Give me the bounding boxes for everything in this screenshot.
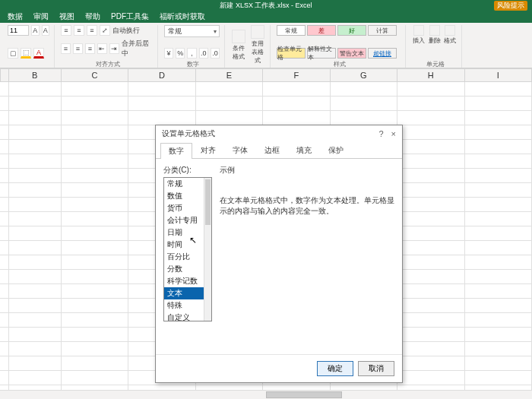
align-right-icon[interactable]: ≡ — [85, 43, 95, 54]
cell[interactable] — [0, 371, 9, 385]
align-bot-icon[interactable]: ≡ — [87, 25, 97, 36]
cell[interactable] — [9, 270, 62, 284]
cell[interactable] — [9, 226, 62, 241]
percent-icon[interactable]: % — [176, 48, 185, 59]
cell[interactable] — [397, 125, 464, 140]
cell[interactable] — [397, 140, 464, 154]
cell[interactable] — [465, 284, 532, 299]
cell[interactable] — [331, 111, 397, 125]
cell[interactable] — [465, 371, 532, 385]
cell[interactable] — [465, 183, 532, 198]
cell[interactable] — [0, 198, 9, 212]
cell[interactable] — [465, 140, 532, 154]
cell[interactable] — [397, 97, 464, 111]
cell[interactable] — [397, 111, 464, 125]
cell[interactable] — [465, 328, 532, 342]
cell[interactable] — [9, 241, 62, 255]
scrollbar-thumb[interactable] — [266, 391, 342, 398]
cell[interactable] — [9, 154, 62, 169]
cell[interactable] — [62, 169, 128, 183]
category-listbox[interactable]: 常规数值货币会计专用日期时间百分比分数科学记数文本特殊自定义 — [163, 177, 212, 321]
border-icon[interactable]: ▢ — [8, 48, 18, 59]
column-header[interactable]: F — [263, 68, 330, 82]
menu-help[interactable]: 帮助 — [85, 11, 100, 22]
cell[interactable] — [465, 342, 532, 356]
align-center-icon[interactable]: ≡ — [73, 43, 83, 54]
cell[interactable] — [9, 284, 62, 299]
cell[interactable] — [0, 125, 9, 140]
cancel-button[interactable]: 取消 — [358, 361, 394, 376]
cell[interactable] — [196, 82, 263, 97]
cell[interactable] — [62, 111, 128, 125]
fill-color-icon[interactable]: ⬚ — [21, 48, 31, 59]
cell[interactable] — [196, 111, 263, 125]
cell[interactable] — [0, 284, 9, 299]
cell[interactable] — [465, 125, 532, 140]
comma-icon[interactable]: , — [187, 48, 196, 59]
dec-decimal-icon[interactable]: .0 — [211, 48, 220, 59]
menu-view[interactable]: 视图 — [59, 11, 74, 22]
cell[interactable] — [62, 82, 128, 97]
cell[interactable] — [9, 299, 62, 313]
cell[interactable] — [397, 356, 464, 371]
conditional-format-button[interactable]: 条件格式 — [231, 30, 247, 61]
cell[interactable] — [0, 270, 9, 284]
column-header[interactable]: E — [196, 68, 263, 82]
cell[interactable] — [465, 255, 532, 270]
cell[interactable] — [331, 82, 397, 97]
dialog-close-icon[interactable]: × — [391, 129, 396, 138]
cell[interactable] — [62, 198, 128, 212]
cell[interactable] — [9, 371, 62, 385]
orientation-icon[interactable]: ⤢ — [100, 25, 110, 36]
cell[interactable] — [465, 313, 532, 328]
cell[interactable] — [9, 313, 62, 328]
decrease-font-icon[interactable]: A — [42, 25, 50, 36]
cell[interactable] — [397, 299, 464, 313]
cell[interactable] — [0, 342, 9, 356]
style-link[interactable]: 超链接 — [368, 48, 397, 59]
cell[interactable] — [397, 342, 464, 356]
cell[interactable] — [62, 299, 128, 313]
cell[interactable] — [0, 97, 9, 111]
cell[interactable] — [397, 328, 464, 342]
cell[interactable] — [62, 313, 128, 328]
cell[interactable] — [9, 328, 62, 342]
cell[interactable] — [465, 212, 532, 226]
column-header[interactable]: B — [9, 68, 62, 82]
cell[interactable] — [465, 226, 532, 241]
cell[interactable] — [62, 183, 128, 198]
cell[interactable] — [397, 154, 464, 169]
font-size-input[interactable] — [8, 25, 29, 36]
cell[interactable] — [9, 111, 62, 125]
cell[interactable] — [62, 140, 128, 154]
indent-dec-icon[interactable]: ⇤ — [97, 43, 107, 54]
cell[interactable] — [62, 342, 128, 356]
cell[interactable] — [465, 154, 532, 169]
cell[interactable] — [397, 169, 464, 183]
align-left-icon[interactable]: ≡ — [61, 43, 71, 54]
cell[interactable] — [62, 241, 128, 255]
increase-font-icon[interactable]: A — [31, 25, 40, 36]
style-bad[interactable]: 差 — [307, 25, 336, 36]
cell[interactable] — [128, 82, 195, 97]
dialog-help-icon[interactable]: ? — [378, 129, 383, 138]
cell[interactable] — [397, 270, 464, 284]
cell[interactable] — [62, 356, 128, 371]
cell[interactable] — [0, 226, 9, 241]
listbox-scrollbar[interactable] — [204, 178, 211, 321]
cell[interactable] — [62, 226, 128, 241]
cell[interactable] — [0, 140, 9, 154]
cell[interactable] — [0, 154, 9, 169]
cell[interactable] — [465, 270, 532, 284]
style-good[interactable]: 好 — [337, 25, 366, 36]
column-header[interactable]: I — [465, 68, 532, 82]
cell[interactable] — [465, 169, 532, 183]
tab-5[interactable]: 保护 — [320, 142, 352, 158]
cell[interactable] — [263, 111, 330, 125]
cell[interactable] — [0, 82, 9, 97]
column-header[interactable]: D — [128, 68, 195, 82]
tab-1[interactable]: 对齐 — [192, 142, 224, 158]
number-format-select[interactable]: 常规 — [164, 25, 220, 37]
cell[interactable] — [9, 212, 62, 226]
currency-icon[interactable]: ¥ — [164, 48, 173, 59]
